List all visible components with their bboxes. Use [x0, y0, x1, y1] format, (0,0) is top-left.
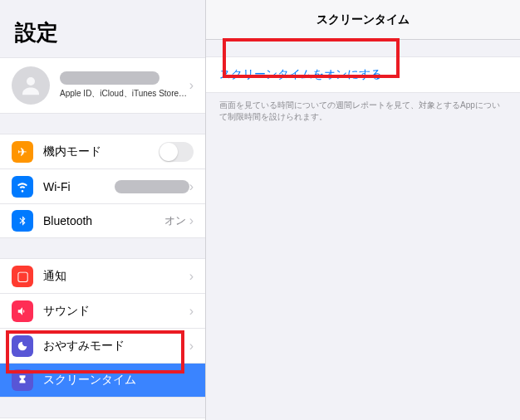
chevron-right-icon: ›: [189, 213, 194, 228]
wifi-icon: [12, 176, 33, 198]
svg-point-0: [27, 77, 35, 85]
settings-title: 設定: [0, 0, 205, 57]
enable-screentime-row[interactable]: スクリーンタイムをオンにする: [206, 56, 520, 93]
profile-text: Apple ID、iCloud、iTunes Storeと…: [60, 71, 189, 100]
airplane-icon: ✈: [12, 141, 33, 163]
sidebar-item-notifications[interactable]: ▢ 通知 ›: [0, 258, 205, 293]
sidebar-item-label: おやすみモード: [43, 339, 189, 354]
chevron-right-icon: ›: [189, 269, 194, 284]
bluetooth-icon: [12, 210, 33, 232]
sidebar-item-bluetooth[interactable]: Bluetooth オン ›: [0, 203, 205, 238]
moon-icon: [12, 335, 33, 357]
main-panel: スクリーンタイム スクリーンタイムをオンにする 画面を見ている時間についての週間…: [206, 0, 520, 420]
sidebar-item-label: Bluetooth: [43, 214, 164, 227]
profile-row[interactable]: Apple ID、iCloud、iTunes Storeと… ›: [0, 57, 205, 114]
chevron-right-icon: ›: [189, 78, 194, 93]
sidebar-item-wifi[interactable]: Wi-Fi ›: [0, 168, 205, 203]
sidebar-item-label: 通知: [43, 269, 189, 284]
profile-name-redacted: [60, 71, 159, 85]
sidebar-item-label: サウンド: [43, 304, 189, 319]
sidebar-group-alerts: ▢ 通知 › サウンド › おやすみモード › スクリーンタイム: [0, 258, 205, 398]
bluetooth-value: オン: [164, 213, 186, 228]
sound-icon: [12, 300, 33, 322]
chevron-right-icon: ›: [189, 179, 194, 194]
sidebar-group-connectivity: ✈ 機内モード Wi-Fi › Bluetooth オン ›: [0, 134, 205, 238]
sidebar-item-airplane[interactable]: ✈ 機内モード: [0, 134, 205, 168]
sidebar-item-label: スクリーンタイム: [43, 373, 194, 388]
chevron-right-icon: ›: [189, 339, 194, 354]
sidebar-item-screentime[interactable]: スクリーンタイム: [0, 363, 205, 398]
footer-description: 画面を見ている時間についての週間レポートを見て、対象とするAppについて制限時間…: [206, 93, 520, 129]
sidebar-item-dnd[interactable]: おやすみモード ›: [0, 328, 205, 363]
sidebar-item-label: 機内モード: [43, 144, 159, 159]
airplane-toggle[interactable]: [159, 142, 194, 162]
sidebar-item-sound[interactable]: サウンド ›: [0, 293, 205, 328]
settings-sidebar: 設定 Apple ID、iCloud、iTunes Storeと… › ✈ 機内…: [0, 0, 206, 420]
avatar-icon: [12, 66, 50, 105]
notifications-icon: ▢: [12, 266, 33, 287]
main-content: スクリーンタイムをオンにする 画面を見ている時間についての週間レポートを見て、対…: [206, 40, 520, 129]
wifi-value-redacted: [115, 180, 189, 193]
chevron-right-icon: ›: [189, 304, 194, 319]
profile-subtitle: Apple ID、iCloud、iTunes Storeと…: [60, 88, 189, 100]
page-title: スクリーンタイム: [206, 0, 520, 40]
enable-screentime-link: スクリーンタイムをオンにする: [219, 67, 507, 82]
hourglass-icon: [12, 369, 33, 391]
sidebar-item-label: Wi-Fi: [43, 180, 115, 193]
